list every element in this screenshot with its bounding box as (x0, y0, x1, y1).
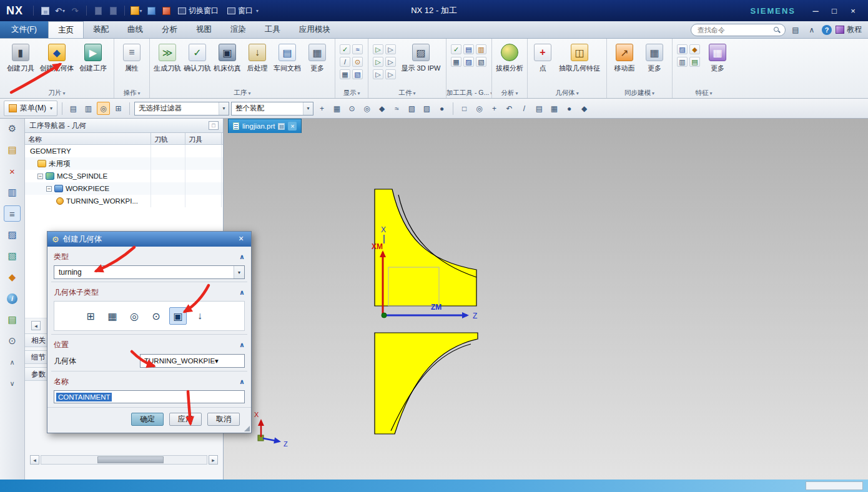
scroll-up-icon[interactable]: ∧ (4, 354, 21, 370)
part-navigator-icon[interactable]: ▥ (4, 184, 21, 200)
close-button[interactable]: × (844, 4, 862, 17)
tab-view[interactable]: 视图 (187, 21, 221, 38)
collapse-node-icon[interactable]: − (46, 186, 52, 192)
section-view-icon[interactable]: ▧ (352, 69, 363, 79)
selection-filter-select[interactable]: 无选择过滤器▾ (134, 102, 229, 116)
scroll-left-icon[interactable]: ◂ (31, 321, 41, 330)
report-shortest-tool-icon[interactable]: ▥ (476, 44, 486, 54)
sphere-display-icon[interactable]: ● (435, 102, 448, 115)
subtype-containment-icon[interactable]: ▣ (169, 307, 187, 325)
snap-quadrant-icon[interactable]: ◆ (375, 102, 388, 115)
tree-row-turning-workpiece[interactable]: TURNING_WORKPI... (25, 195, 223, 207)
subtype-turning-workpiece-icon[interactable]: ◎ (126, 307, 143, 325)
tab-curve[interactable]: 曲线 (118, 21, 152, 38)
operation-navigator-icon[interactable]: ≡ (4, 205, 21, 222)
snap-point-on-curve-icon[interactable]: ≈ (390, 102, 403, 115)
group-label-insert[interactable]: 刀片▾ (0, 89, 114, 97)
fit-view-icon[interactable]: □ (458, 102, 471, 115)
process-assistant-icon[interactable]: ▧ (4, 248, 21, 264)
feature-teach-icon[interactable]: ◆ (689, 44, 700, 54)
reuse-library-icon[interactable]: ◆ (4, 269, 21, 285)
replay-toolpath-icon[interactable]: ▷ (373, 44, 383, 54)
step-back-icon[interactable]: ▷ (373, 69, 383, 79)
tab-analysis[interactable]: 分析 (152, 21, 187, 38)
assembly-navigator-icon[interactable]: ▤ (4, 142, 21, 158)
subtype-workpiece-icon[interactable]: ▦ (104, 307, 121, 325)
perspective-view-icon[interactable]: / (518, 102, 531, 115)
tree-row-geometry[interactable]: GEOMETRY (25, 145, 223, 157)
copy-icon[interactable] (92, 4, 104, 17)
group-label-analysis[interactable]: 分析▾ (492, 89, 527, 97)
group-label-operations[interactable]: 操作▾ (114, 89, 149, 97)
tab-home[interactable]: 主页 (48, 21, 84, 38)
move-face-button[interactable]: ↗ 移动面 (609, 41, 639, 73)
collapse-node-icon[interactable]: − (37, 174, 43, 179)
internet-browser-icon[interactable]: i (4, 290, 21, 307)
stop-playback-icon[interactable]: ▷ (385, 69, 396, 79)
snap-midpoint-icon[interactable]: ▦ (330, 102, 343, 115)
cancel-button[interactable]: 取消 (207, 413, 240, 426)
scroll-down-icon[interactable]: ∨ (4, 375, 21, 391)
save-icon[interactable] (39, 4, 51, 17)
minimize-ribbon-icon[interactable]: ∧ (806, 24, 818, 36)
properties-button[interactable]: ≡ 属性 (117, 41, 147, 73)
find-features-icon[interactable]: ▨ (677, 44, 688, 54)
group-label-feature[interactable]: 特征▾ (673, 89, 735, 97)
snap-endpoint-icon[interactable]: + (315, 102, 328, 115)
create-geometry-button[interactable]: ◆ 创建几何体 (39, 41, 75, 73)
redo-icon[interactable]: ↷ (69, 4, 81, 17)
paste-icon[interactable] (107, 4, 119, 17)
play-forward-icon[interactable]: ▷ (385, 44, 396, 54)
machine-simulation-button[interactable]: ▣ 机床仿真 (212, 41, 242, 73)
allow-selection-icon[interactable]: ⊞ (112, 102, 125, 115)
help-icon[interactable]: ? (822, 25, 832, 35)
tab-application[interactable]: 应用模块 (290, 21, 340, 38)
geometry-parent-select[interactable]: TURNING_WORKPIE ▾ (140, 354, 245, 368)
apply-button[interactable]: 应用 (169, 413, 202, 426)
layer-settings-icon[interactable]: ▦ (340, 69, 350, 79)
marker-icon[interactable] (160, 4, 172, 17)
toolpath-visibility-icon[interactable]: ✓ (340, 44, 350, 54)
scrollbar-track[interactable] (41, 455, 207, 465)
tab-file[interactable]: 文件(F) (0, 21, 48, 38)
snap-face-icon[interactable]: ▧ (405, 102, 418, 115)
maximize-button[interactable]: □ (826, 4, 843, 17)
generate-toolpath-button[interactable]: ≫ 生成刀轨 (152, 41, 182, 73)
step-forward-icon[interactable]: ▷ (373, 57, 383, 67)
point-button[interactable]: + 点 (530, 41, 555, 73)
navigator-horizontal-scrollbar[interactable]: ◂ ▸ (30, 455, 218, 465)
machine-setup-icon[interactable]: ▦ (451, 57, 461, 67)
part-cube-icon[interactable]: ▾ (130, 4, 142, 17)
dialog-titlebar[interactable]: ⚙ 创建几何体 × (47, 232, 251, 247)
group-label-workpiece[interactable]: 工件▾ (368, 89, 446, 97)
play-back-icon[interactable]: ▷ (385, 57, 396, 67)
2d-workpiece-icon[interactable]: ⊙ (352, 57, 363, 67)
shop-documentation-button[interactable]: ▤ 车间文档 (272, 41, 302, 73)
tree-row-unused[interactable]: 未用项 (25, 157, 223, 170)
tab-tools[interactable]: 工具 (255, 21, 290, 38)
dialog-close-icon[interactable]: × (235, 234, 247, 244)
layout-icon[interactable] (145, 4, 157, 17)
command-search-input[interactable] (691, 24, 786, 36)
feature-more-button[interactable]: ▦ 更多 (703, 41, 732, 73)
group-label-machining-tool[interactable]: 加工工具 - G...▾ (446, 89, 491, 97)
tutorial-button[interactable]: 教程 (836, 24, 862, 35)
window-menu-button[interactable]: 窗口▾ (227, 6, 259, 16)
tree-row-workpiece[interactable]: −WORKPIECE (25, 182, 223, 195)
zoom-view-icon[interactable]: ◎ (473, 102, 486, 115)
command-window-icon[interactable]: ▤ (789, 24, 802, 36)
show-3d-ipw-button[interactable]: ▨ 显示 3D IPW (398, 41, 443, 73)
type-section-header[interactable]: 类型 ∧ (47, 247, 251, 264)
roles-gear-icon[interactable]: ⚙ (4, 121, 21, 137)
constraint-navigator-icon[interactable]: × (4, 163, 21, 179)
edit-object-display-icon[interactable]: / (340, 57, 350, 67)
extract-geometry-button[interactable]: ◫ 抽取几何特征 (555, 41, 604, 73)
close-tab-icon[interactable]: × (288, 122, 297, 130)
simulation-options-icon[interactable]: ▧ (476, 57, 486, 67)
postprocess-button[interactable]: ↓ 后处理 (242, 41, 272, 73)
ok-button[interactable]: 确定 (131, 413, 164, 426)
selection-scope-select[interactable]: 整个装配▾ (231, 102, 313, 116)
machining-rules-icon[interactable]: ▥ (677, 57, 688, 67)
type-select[interactable]: turning ▾ (54, 265, 245, 279)
history-icon[interactable]: ⊙ (4, 333, 21, 349)
